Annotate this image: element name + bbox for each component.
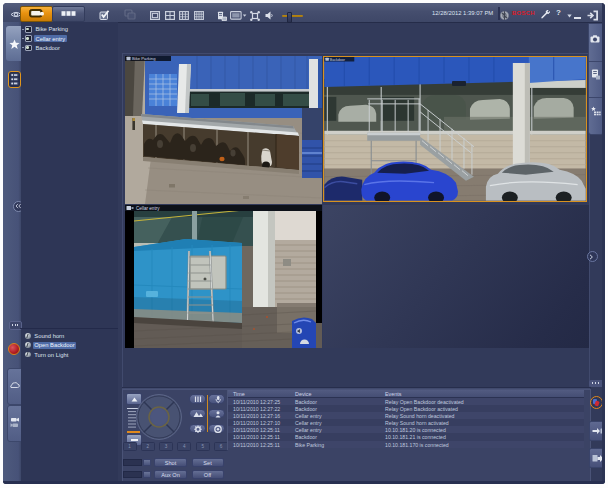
svg-text:Backdoor: Backdoor — [330, 58, 346, 62]
svg-text:Cellar entry: Cellar entry — [136, 206, 160, 211]
svg-text:Bike Parking: Bike Parking — [132, 56, 156, 61]
